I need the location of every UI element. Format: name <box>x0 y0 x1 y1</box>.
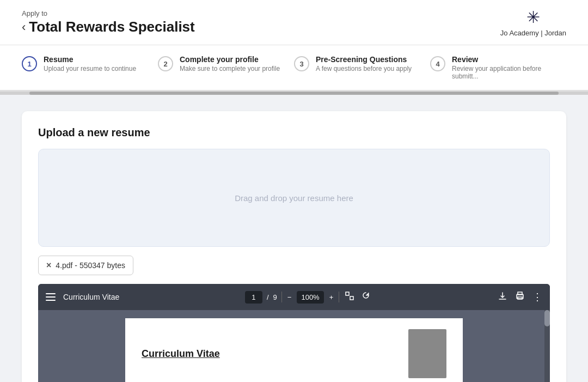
step-2-number: 2 <box>158 56 173 71</box>
pdf-menu-icon[interactable] <box>46 293 56 301</box>
dropzone[interactable]: Drag and drop your resume here <box>38 149 550 247</box>
svg-rect-3 <box>518 292 522 295</box>
scroll-thumb <box>29 92 559 95</box>
pdf-divider-2 <box>339 292 339 302</box>
pdf-print-button[interactable] <box>515 291 525 304</box>
pdf-rotate-button[interactable] <box>360 291 372 303</box>
step-3: 3 Pre-Screening Questions A few question… <box>294 55 430 72</box>
step-4-desc: Review your application before submitt..… <box>452 65 566 80</box>
step-2: 2 Complete your profile Make sure to com… <box>158 55 294 72</box>
pdf-download-button[interactable] <box>498 291 507 304</box>
job-title: Total Rewards Specialist <box>29 19 194 35</box>
file-remove-button[interactable]: × <box>46 260 51 270</box>
file-badge: × 4.pdf - 550347 bytes <box>38 256 133 275</box>
pdf-cv-title: Curriculum Vitae <box>142 348 220 360</box>
upload-card: Upload a new resume Drag and drop your r… <box>22 111 566 382</box>
step-1: 1 Resume Upload your resume to continue <box>22 55 158 72</box>
step-3-content: Pre-Screening Questions A few questions … <box>316 55 412 72</box>
company-label: Jo Academy | Jordan <box>500 29 566 37</box>
pdf-scrollbar[interactable] <box>544 310 550 382</box>
step-3-title: Pre-Screening Questions <box>316 55 412 64</box>
apply-to-label: Apply to <box>22 9 195 17</box>
step-4-number: 4 <box>430 56 445 71</box>
upload-title: Upload a new resume <box>38 126 550 139</box>
pdf-scrollbar-thumb[interactable] <box>544 310 550 326</box>
pdf-zoom-value: 100% <box>297 291 323 304</box>
step-4-content: Review Review your application before su… <box>452 55 566 80</box>
step-2-content: Complete your profile Make sure to compl… <box>180 55 280 72</box>
file-name-label: 4.pdf - 550347 bytes <box>56 261 125 270</box>
step-4: 4 Review Review your application before … <box>430 55 566 80</box>
step-1-number: 1 <box>22 56 37 71</box>
back-button[interactable]: ‹ <box>22 21 26 33</box>
pdf-photo-placeholder <box>408 329 446 378</box>
header-left: Apply to ‹ Total Rewards Specialist <box>22 9 195 35</box>
pdf-content: Curriculum Vitae <box>38 310 550 382</box>
pdf-toolbar-left: Curriculum Vitae <box>46 293 119 301</box>
step-3-desc: A few questions before you apply <box>316 65 412 72</box>
step-1-desc: Upload your resume to continue <box>44 65 136 72</box>
pdf-more-options-button[interactable]: ⋮ <box>532 291 542 303</box>
step-2-desc: Make sure to complete your profile <box>180 65 280 72</box>
company-logo-icon: ✳ <box>526 8 540 27</box>
pdf-toolbar-right: ⋮ <box>498 291 542 304</box>
pdf-document-title: Curriculum Vitae <box>63 293 119 301</box>
svg-rect-0 <box>346 292 349 295</box>
dropzone-text: Drag and drop your resume here <box>235 193 353 203</box>
pdf-divider-1 <box>281 292 282 302</box>
svg-rect-1 <box>350 296 353 300</box>
pdf-fit-page-button[interactable] <box>344 291 356 303</box>
pdf-zoom-in-button[interactable]: + <box>328 293 335 301</box>
step-3-number: 3 <box>294 56 309 71</box>
pdf-page-preview: Curriculum Vitae <box>125 318 463 382</box>
main-content: Upload a new resume Drag and drop your r… <box>0 95 588 382</box>
step-4-title: Review <box>452 55 566 64</box>
pdf-page-separator: / <box>267 293 269 301</box>
header: Apply to ‹ Total Rewards Specialist ✳ Jo… <box>0 0 588 45</box>
pdf-toolbar-center: / 9 − 100% + <box>125 291 492 304</box>
scroll-indicator <box>0 92 588 95</box>
pdf-total-pages: 9 <box>273 293 277 301</box>
pdf-zoom-out-button[interactable]: − <box>286 293 293 301</box>
step-1-content: Resume Upload your resume to continue <box>44 55 136 72</box>
svg-rect-4 <box>518 297 522 299</box>
steps-bar: 1 Resume Upload your resume to continue … <box>0 45 588 92</box>
header-right: ✳ Jo Academy | Jordan <box>500 8 566 37</box>
pdf-toolbar: Curriculum Vitae / 9 − 100% + <box>38 284 550 310</box>
pdf-page-input[interactable] <box>245 291 262 304</box>
pdf-viewer: Curriculum Vitae / 9 − 100% + <box>38 284 550 382</box>
step-2-title: Complete your profile <box>180 55 280 64</box>
job-title-row: ‹ Total Rewards Specialist <box>22 19 195 35</box>
step-1-title: Resume <box>44 55 136 64</box>
